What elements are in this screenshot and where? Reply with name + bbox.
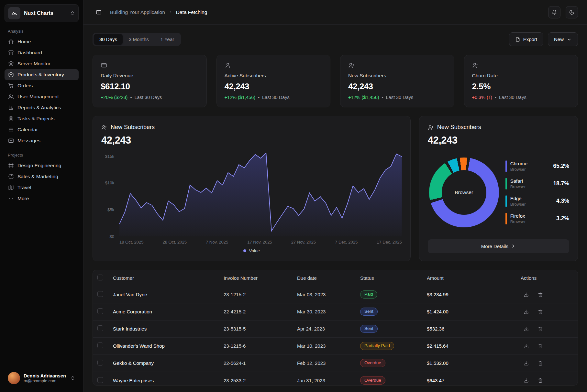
- status-badge: Overdue: [360, 376, 385, 385]
- browser-name: Safari: [510, 178, 526, 184]
- sidebar-item-dashboard[interactable]: Dashboard: [5, 47, 79, 58]
- customer-cell: Wayne Enterprises: [113, 378, 224, 383]
- x-axis-label: 7 Dec, 2025: [335, 240, 358, 245]
- amount-cell: $3,234.99: [427, 292, 521, 297]
- delete-button[interactable]: [535, 358, 546, 369]
- donut-chart-card: New Subscribers 42,243 Browser ChromeBro…: [419, 116, 578, 261]
- chart-title: New Subscribers: [111, 124, 155, 131]
- sidebar-item-orders[interactable]: Orders: [5, 80, 79, 91]
- donut-legend-item-edge: EdgeBrowser 4.3%: [505, 195, 569, 207]
- chevrons-up-down-icon: [70, 11, 75, 16]
- download-button[interactable]: [521, 306, 532, 317]
- moon-icon: [569, 9, 575, 15]
- sidebar-item-home[interactable]: Home: [5, 36, 79, 47]
- user-menu[interactable]: Dennis Adriaansen m@example.com: [5, 369, 79, 387]
- row-checkbox[interactable]: [97, 325, 103, 331]
- sidebar-toggle-button[interactable]: [93, 6, 105, 18]
- invoice-cell: 23-5315-5: [224, 326, 297, 332]
- sidebar-item-more[interactable]: More: [5, 193, 79, 204]
- sidebar-item-label: Dashboard: [17, 50, 42, 56]
- invoice-cell: 23-1215-2: [224, 292, 297, 297]
- tab-3-months[interactable]: 3 Months: [123, 34, 154, 45]
- delete-button[interactable]: [535, 375, 546, 386]
- clipboard-icon: [8, 116, 14, 122]
- x-axis-label: 7 Nov, 2025: [206, 240, 228, 245]
- stat-delta: +20% ($223): [101, 95, 127, 100]
- table-row[interactable]: Ollivander's Wand Shop 23-1215-6 Mar 10,…: [93, 338, 578, 355]
- table-row[interactable]: Wayne Enterprises 23-2533-2 Jan 31, 2023…: [93, 372, 578, 386]
- stat-card-churn-rate: Churn Rate 2.5% +0.3% (↑) • Last 30 Days: [464, 55, 578, 107]
- separator-dot: •: [495, 95, 496, 100]
- new-button[interactable]: New: [548, 32, 578, 46]
- download-button[interactable]: [521, 358, 532, 369]
- stat-value: 42,243: [348, 82, 446, 92]
- export-button[interactable]: Export: [509, 32, 543, 46]
- row-checkbox[interactable]: [97, 291, 103, 297]
- row-checkbox[interactable]: [97, 360, 103, 365]
- team-switcher[interactable]: Nuxt Charts: [5, 4, 79, 22]
- sidebar-item-messages[interactable]: Messages: [5, 135, 79, 146]
- delete-button[interactable]: [535, 341, 546, 352]
- chart-title: New Subscribers: [437, 124, 481, 131]
- sidebar-item-design-engineering[interactable]: Design Engineering: [5, 160, 79, 171]
- user-icon: [225, 62, 231, 69]
- notifications-button[interactable]: [548, 6, 560, 18]
- chevrons-up-down-icon: [70, 376, 75, 381]
- sidebar-item-travel[interactable]: Travel: [5, 182, 79, 193]
- select-all-checkbox[interactable]: [97, 275, 103, 280]
- theme-toggle-button[interactable]: [566, 6, 578, 18]
- more-details-button[interactable]: More Details: [428, 239, 569, 253]
- column-header-invoice: Invoice Number: [224, 275, 297, 281]
- row-checkbox[interactable]: [97, 343, 103, 348]
- due-date-cell: Mar 30, 2023: [297, 309, 360, 314]
- sidebar-item-products-inventory[interactable]: Products & Inventory: [5, 69, 79, 80]
- content: 30 Days 3 Months 1 Year Export New Daily…: [83, 25, 587, 392]
- download-icon: [524, 343, 529, 349]
- stat-delta: +0.3% (↑): [472, 95, 492, 100]
- chevron-right-icon: [511, 244, 516, 249]
- line-chart-card: New Subscribers 42,243 $0$5k$10k$15k: [93, 116, 411, 261]
- table-row[interactable]: Stark Industries 23-5315-5 Apr 24, 2023 …: [93, 321, 578, 338]
- x-axis-label: 18 Oct, 2025: [119, 240, 143, 245]
- table-row[interactable]: Acme Corporation 22-4215-2 Mar 30, 2023 …: [93, 303, 578, 321]
- delete-button[interactable]: [535, 323, 546, 334]
- sidebar-item-calendar[interactable]: Calendar: [5, 124, 79, 135]
- sidebar-item-tasks-projects[interactable]: Tasks & Projects: [5, 113, 79, 124]
- breadcrumb-current: Data Fetching: [176, 9, 207, 15]
- archive-icon: [8, 50, 14, 56]
- breadcrumb-parent-link[interactable]: Building Your Application: [110, 9, 165, 15]
- new-button-label: New: [554, 37, 564, 42]
- tab-1-year[interactable]: 1 Year: [155, 34, 180, 45]
- donut-legend-bar: [505, 213, 507, 224]
- row-checkbox[interactable]: [97, 377, 103, 383]
- sidebar-item-sales-marketing[interactable]: Sales & Marketing: [5, 171, 79, 182]
- user-plus-icon: [348, 62, 355, 69]
- sidebar-item-user-management[interactable]: User Management: [5, 91, 79, 102]
- sidebar-item-server-monitor[interactable]: Server Monitor: [5, 58, 79, 69]
- package-icon: [8, 72, 14, 78]
- user-plus-icon: [101, 125, 107, 130]
- download-button[interactable]: [521, 341, 532, 352]
- download-button[interactable]: [521, 289, 532, 300]
- delete-button[interactable]: [535, 289, 546, 300]
- y-axis-label: $10k: [105, 180, 114, 185]
- stat-title: Churn Rate: [472, 73, 570, 79]
- download-button[interactable]: [521, 375, 532, 386]
- tab-30-days[interactable]: 30 Days: [94, 34, 123, 45]
- amount-cell: $643.47: [427, 378, 521, 383]
- y-axis-label: $5k: [107, 207, 114, 212]
- table-row[interactable]: Gekko & Company 22-5624-1 Feb 12, 2023 O…: [93, 355, 578, 372]
- row-checkbox[interactable]: [97, 308, 103, 314]
- sidebar-item-label: Sales & Marketing: [17, 174, 58, 180]
- app-logo-icon: [8, 7, 20, 19]
- stat-card-daily-revenue: Daily Revenue $612.10 +20% ($223) • Last…: [93, 55, 207, 107]
- line-chart-svg: [119, 151, 402, 236]
- sidebar: Nuxt Charts Analysis Home Dashboard Serv…: [0, 0, 83, 392]
- bell-icon: [551, 9, 557, 15]
- table-row[interactable]: Janet Van Dyne 23-1215-2 Mar 03, 2023 Pa…: [93, 286, 578, 303]
- download-button[interactable]: [521, 323, 532, 334]
- sidebar-item-reports-analytics[interactable]: Reports & Analytics: [5, 102, 79, 113]
- chevron-down-icon: [567, 37, 572, 42]
- chevron-right-icon: [168, 10, 173, 15]
- delete-button[interactable]: [535, 306, 546, 317]
